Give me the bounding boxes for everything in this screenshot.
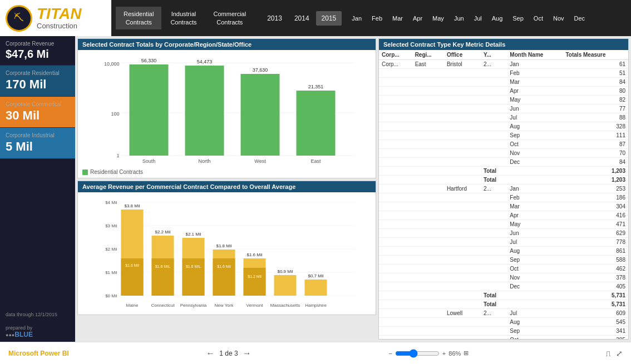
month-btn-dec[interactable]: Dec	[570, 12, 590, 25]
top-chart-legend: Residential Contracts	[82, 169, 371, 175]
metric-card-residential: Corporate Residential170 Mil	[0, 66, 75, 97]
next-page-button[interactable]: →	[243, 348, 252, 358]
cell-corp	[379, 140, 412, 149]
cell-month	[507, 167, 563, 176]
nav-btn-1[interactable]: IndustrialContracts	[162, 7, 204, 29]
cell-corp	[379, 176, 412, 185]
svg-text:$1 Mil: $1 Mil	[105, 270, 117, 275]
nav-btn-2[interactable]: CommercialContracts	[206, 7, 254, 29]
cell-month: Dec	[507, 282, 563, 291]
cell-region	[412, 202, 444, 211]
pbi-link[interactable]: Microsoft Power BI	[8, 350, 69, 357]
year-btn-2015[interactable]: 2015	[316, 11, 342, 26]
top-chart-header: Selected Contract Totals by Corporate/Re…	[78, 39, 376, 50]
cell-total: 471	[563, 220, 629, 229]
zoom-slider[interactable]	[395, 349, 440, 358]
table-row: Corp... East Bristol 2... Jan 61	[379, 60, 628, 69]
cell-year: Total	[481, 291, 507, 300]
bar-west[interactable]	[241, 74, 280, 156]
center-area: Selected Contract Totals by Corporate/Re…	[75, 36, 378, 342]
cell-year	[481, 220, 507, 229]
month-btn-nov[interactable]: Nov	[549, 12, 569, 25]
top-chart-body: 10,000 100 1 56,330 South	[78, 50, 376, 178]
table-row: Feb 186	[379, 193, 628, 202]
cell-region	[412, 256, 444, 265]
zoom-label: 86%	[448, 350, 461, 357]
cell-region	[412, 193, 444, 202]
cell-region	[412, 176, 444, 185]
cell-total: 304	[563, 202, 629, 211]
month-btn-aug[interactable]: Aug	[487, 12, 507, 25]
cell-month: May	[507, 220, 563, 229]
month-btn-may[interactable]: May	[428, 12, 448, 25]
year-btn-2014[interactable]: 2014	[289, 11, 315, 26]
zoom-plus[interactable]: +	[442, 350, 446, 357]
month-btn-mar[interactable]: Mar	[388, 12, 407, 25]
cell-region	[412, 336, 444, 340]
cell-corp	[379, 291, 412, 300]
month-btn-sep[interactable]: Sep	[508, 12, 528, 25]
cell-total: 84	[563, 78, 629, 87]
svg-text:$3.8 Mil: $3.8 Mil	[124, 203, 140, 208]
cell-office	[444, 238, 481, 247]
cell-region	[412, 140, 444, 149]
month-btn-jan[interactable]: Jan	[347, 12, 366, 25]
cell-region	[412, 318, 444, 327]
month-btn-jul[interactable]: Jul	[470, 12, 486, 25]
cell-total: 80	[563, 87, 629, 96]
metric-label: Corporate Industrial	[6, 132, 70, 138]
cell-year: 2...	[481, 309, 507, 318]
table-row: Aug 545	[379, 318, 628, 327]
cell-office	[444, 167, 481, 176]
cell-corp	[379, 282, 412, 291]
month-btn-jun[interactable]: Jun	[450, 12, 469, 25]
cell-total: 629	[563, 229, 629, 238]
prev-page-button[interactable]: ←	[206, 348, 215, 358]
cell-region	[412, 113, 444, 122]
zoom-minus[interactable]: −	[388, 350, 392, 357]
cell-office	[444, 176, 481, 185]
cell-office	[444, 113, 481, 122]
bar-east[interactable]	[297, 91, 336, 156]
table-row: May 82	[379, 96, 628, 104]
cell-year	[481, 282, 507, 291]
cell-total: 609	[563, 309, 629, 318]
metric-label: Corporate Commerical	[6, 101, 70, 107]
table-row: Mar 304	[379, 202, 628, 211]
bar-north[interactable]	[185, 66, 224, 156]
share-icon[interactable]: ⎍	[606, 349, 610, 358]
svg-text:$1.6 MIL: $1.6 MIL	[186, 265, 201, 268]
cell-office	[444, 291, 481, 300]
year-btn-2013[interactable]: 2013	[262, 11, 288, 26]
cell-total: 5,731	[563, 300, 629, 309]
cell-office	[444, 229, 481, 238]
bar-mass-top[interactable]	[274, 275, 297, 296]
month-btn-apr[interactable]: Apr	[408, 12, 427, 25]
cell-year	[481, 229, 507, 238]
fullscreen-icon[interactable]: ⤢	[616, 349, 623, 358]
cell-month: Jul	[507, 238, 563, 247]
cell-month: Feb	[507, 69, 563, 78]
cell-corp	[379, 158, 412, 167]
cell-total: 416	[563, 211, 629, 220]
cell-region	[412, 69, 444, 78]
cell-region	[412, 104, 444, 113]
bar-hamp-top[interactable]	[305, 280, 327, 296]
cell-year	[481, 238, 507, 247]
cell-region	[412, 265, 444, 273]
col-year: Y...	[481, 50, 507, 60]
cell-office	[444, 140, 481, 149]
table-row: Mar 84	[379, 78, 628, 87]
table-row: Apr 80	[379, 87, 628, 96]
bar-south[interactable]	[130, 64, 169, 156]
bar-vt-bottom[interactable]	[244, 268, 266, 296]
top-chart-panel: Selected Contract Totals by Corporate/Re…	[77, 38, 376, 178]
cell-office	[444, 104, 481, 113]
nav-btn-0[interactable]: ResidentialContracts	[116, 7, 161, 29]
table-row: Total 5,731	[379, 300, 628, 309]
svg-text:$1.6 Mil: $1.6 Mil	[217, 265, 231, 268]
month-btn-feb[interactable]: Feb	[367, 12, 387, 25]
right-table-container[interactable]: Corp... Regi... Office Y... Month Name T…	[379, 50, 628, 339]
month-btn-oct[interactable]: Oct	[529, 12, 548, 25]
cell-region	[412, 309, 444, 318]
